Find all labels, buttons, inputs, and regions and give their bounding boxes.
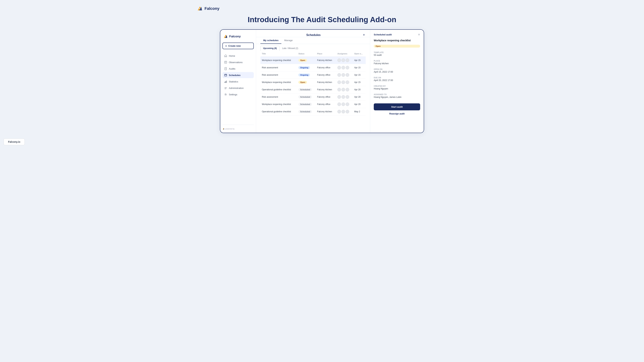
main-card: Falcony + Create new Home Observations [220,29,424,133]
avatar [338,88,341,91]
table-row[interactable]: Workplace reopening checklist Open Falco… [260,79,366,86]
detail-assigned-to-value: Hoang Nguyen, James Lubin [374,96,420,98]
sidebar-item-statistics[interactable]: Statistics [222,79,254,85]
sub-tab-late-missed-label: Late / Missed (2) [282,47,298,49]
cell-open-date: Apr 20 [353,86,366,93]
avatar [346,73,349,77]
status-badge: Scheduled [298,110,312,113]
schedules-icon [224,74,227,77]
table-area: Title Status Place Assignees Open o... W… [256,51,370,133]
table-row[interactable]: Operational guideline checklist Schedule… [260,108,366,115]
avatar [346,95,349,99]
assignee-avatars [338,95,351,99]
cell-assignees [336,71,353,79]
reassign-audit-link[interactable]: Reassign audit [374,113,420,115]
cell-assignees [336,57,353,64]
footer-tagline: powered by [225,128,234,130]
avatar [342,58,345,62]
table-row[interactable]: Operational guideline checklist Schedule… [260,86,366,93]
detail-place-value: Falcony kitchen [374,62,420,65]
avatar [346,110,349,113]
cell-place: Falcony kitchen [316,79,336,86]
detail-close-button[interactable]: ✕ [418,33,420,36]
sidebar-item-home[interactable]: Home [222,53,254,59]
detail-created-by-row: Created by Hoang Nguyen [374,85,420,90]
cell-open-date: Apr 15 [353,71,366,79]
tabs-row: My schedules Manage [256,37,370,44]
cell-title: Risk assessment [260,64,297,71]
cell-place: Falcony office [316,71,336,79]
sidebar-item-observations[interactable]: Observations [222,59,254,65]
cell-open-date: Apr 20 [353,93,366,101]
sidebar-home-label: Home [229,55,235,57]
avatar [338,95,341,99]
detail-assigned-to-label: Assigned to [374,94,420,96]
avatar [338,110,341,113]
col-place: Place [316,51,336,57]
detail-place-label: Place [374,60,420,62]
svg-rect-14 [226,81,227,83]
sidebar-brand-name: Falcony [229,35,241,38]
status-badge: Ongoing [298,73,310,76]
tab-manage[interactable]: Manage [281,37,296,44]
administration-icon [224,87,227,89]
sidebar-nav: Home Observations Audits [222,53,254,125]
sidebar-item-administration[interactable]: Administration [222,85,254,91]
detail-due-on-label: Due on [374,77,420,79]
assignee-avatars [338,58,351,62]
status-badge: Scheduled [298,88,312,91]
sidebar-item-settings[interactable]: Settings [222,91,254,97]
cell-status: Open [297,79,316,86]
table-row[interactable]: Risk assessment Ongoing Falcony office A… [260,64,366,71]
cell-status: Open [297,57,316,64]
sidebar-item-audits[interactable]: Audits [222,66,254,72]
add-schedule-button[interactable]: + [362,33,366,37]
status-badge: Scheduled [298,103,312,106]
status-badge: Open [298,81,307,84]
create-new-button[interactable]: + Create new [222,43,254,49]
table-row[interactable]: Risk assessment Scheduled Falcony office… [260,93,366,101]
sidebar-logo: Falcony [222,34,254,39]
avatar [346,102,349,106]
tab-my-schedules-label: My schedules [263,39,278,42]
cell-status: Scheduled [297,101,316,108]
status-badge: Scheduled [298,96,312,98]
avatar [342,80,345,84]
sub-tab-late-missed[interactable]: Late / Missed (2) [280,46,301,51]
cell-open-date: May 2 [353,108,366,115]
sidebar-audits-label: Audits [229,67,235,70]
start-audit-button[interactable]: Start audit [374,103,420,110]
assignee-avatars [338,80,351,84]
detail-open-on-row: Open on April 15, 2022 17:00 [374,68,420,73]
detail-template-label: Template [374,51,420,53]
assignee-avatars [338,66,351,69]
status-badge: Open [298,59,307,62]
brand-name: Falcony [204,6,220,11]
sub-tab-upcoming[interactable]: Upcoming (8) [260,46,280,51]
start-audit-label: Start audit [391,106,402,108]
table-row[interactable]: Workplace reopening checklist Open Falco… [260,57,366,64]
cell-assignees [336,108,353,115]
table-row[interactable]: Workplace reopening checklist Scheduled … [260,101,366,108]
falcony-io-button[interactable]: Falcony.io [4,138,25,145]
sidebar-schedules-label: Schedules [229,74,240,77]
sub-tabs-row: Upcoming (8) Late / Missed (2) [256,44,370,51]
cell-place: Falcony office [316,93,336,101]
tab-my-schedules[interactable]: My schedules [260,37,281,44]
cell-status: Scheduled [297,93,316,101]
assignee-avatars [338,110,351,113]
avatar [338,58,341,62]
avatar [338,73,341,77]
col-status: Status [297,51,316,57]
avatar [346,88,349,91]
cell-assignees [336,86,353,93]
sidebar-footer: powered by [222,125,254,130]
sidebar-item-schedules[interactable]: Schedules [222,72,254,78]
falcony-io-label: Falcony.io [8,140,20,143]
cell-assignees [336,79,353,86]
avatar [342,73,345,77]
cell-title: Risk assessment [260,71,297,79]
table-row[interactable]: Risk assessment Ongoing Falcony office A… [260,71,366,79]
create-new-label: Create new [228,44,241,47]
settings-icon [224,93,227,96]
